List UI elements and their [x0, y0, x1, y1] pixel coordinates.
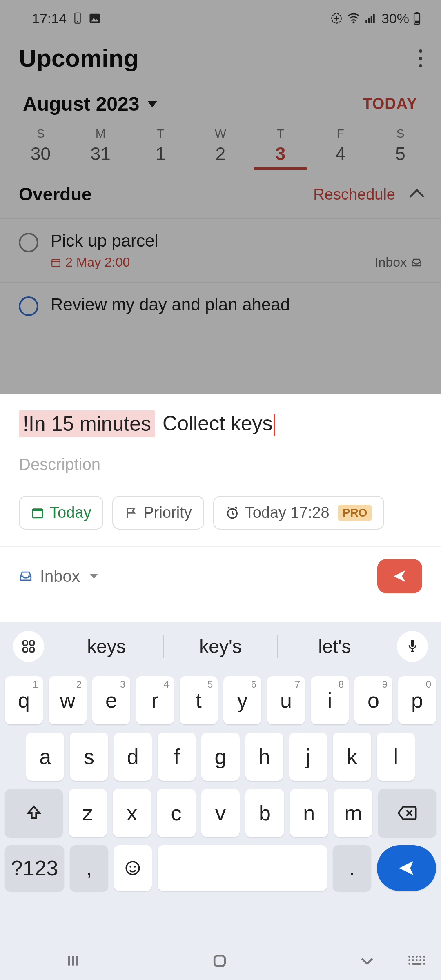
suggestion[interactable]: key's [164, 635, 277, 657]
project-selector[interactable]: Inbox [19, 567, 98, 586]
submit-task-button[interactable] [377, 559, 422, 593]
svg-point-25 [130, 866, 132, 868]
svg-point-41 [408, 963, 410, 965]
svg-rect-42 [412, 963, 422, 965]
emoji-key[interactable] [114, 845, 152, 891]
key-z[interactable]: z [69, 789, 107, 837]
key-j[interactable]: j [289, 733, 327, 781]
inbox-icon [19, 569, 33, 583]
svg-point-35 [423, 956, 425, 958]
enter-key[interactable] [377, 845, 436, 891]
backspace-key[interactable] [378, 789, 436, 837]
recents-button[interactable] [65, 953, 81, 971]
alarm-icon [225, 506, 239, 520]
emoji-icon [124, 860, 141, 877]
attribute-chip-row: Today Priority Today 17:28 PRO [0, 482, 441, 546]
key-n[interactable]: n [290, 789, 328, 837]
key-d[interactable]: d [114, 733, 152, 781]
grid-icon [21, 639, 36, 654]
shift-icon [25, 804, 42, 822]
comma-key[interactable]: , [70, 845, 108, 891]
svg-rect-22 [30, 648, 34, 652]
soft-keyboard: keys key's let's q1w2e3r4t5y6u7i8o9p0 as… [0, 622, 441, 980]
svg-point-26 [134, 866, 136, 868]
task-text: Collect keys [163, 412, 275, 436]
svg-rect-23 [411, 640, 414, 647]
mic-icon [406, 639, 419, 654]
key-q[interactable]: q1 [5, 676, 43, 724]
voice-input-button[interactable] [397, 631, 428, 662]
text-cursor [274, 414, 275, 436]
modal-backdrop[interactable] [0, 0, 441, 394]
key-y[interactable]: y6 [223, 676, 261, 724]
svg-rect-20 [30, 641, 34, 646]
send-icon [397, 859, 416, 878]
svg-point-24 [127, 862, 140, 875]
key-a[interactable]: a [26, 733, 64, 781]
svg-point-40 [423, 959, 425, 961]
key-x[interactable]: x [113, 789, 151, 837]
key-v[interactable]: v [201, 789, 240, 837]
key-b[interactable]: b [245, 789, 284, 837]
key-m[interactable]: m [334, 789, 372, 837]
system-nav-bar [0, 943, 441, 980]
keyboard-switch-button[interactable] [408, 955, 425, 969]
key-o[interactable]: o9 [354, 676, 392, 724]
key-i[interactable]: i8 [311, 676, 349, 724]
parsed-time-chip[interactable]: !In 15 minutes [19, 410, 155, 437]
svg-point-31 [408, 956, 410, 958]
suggestion-bar: keys key's let's [0, 622, 441, 670]
space-key[interactable] [158, 845, 327, 891]
reminder-chip[interactable]: Today 17:28 PRO [213, 496, 385, 530]
key-l[interactable]: l [377, 733, 415, 781]
home-button[interactable] [211, 952, 229, 971]
svg-point-32 [412, 956, 414, 958]
key-g[interactable]: g [201, 733, 239, 781]
priority-chip[interactable]: Priority [112, 496, 204, 530]
svg-point-37 [412, 959, 414, 961]
key-u[interactable]: u7 [267, 676, 305, 724]
key-t[interactable]: t5 [180, 676, 218, 724]
description-input[interactable]: Description [19, 455, 422, 474]
project-selector-row: Inbox [0, 547, 441, 606]
svg-rect-19 [23, 641, 28, 646]
key-r[interactable]: r4 [136, 676, 174, 724]
svg-point-36 [408, 959, 410, 961]
svg-point-39 [419, 959, 421, 961]
send-icon [392, 568, 408, 584]
task-name-input[interactable]: !In 15 minutes Collect keys [19, 410, 422, 437]
symbols-key[interactable]: ?123 [5, 845, 64, 891]
chevron-down-icon [90, 574, 98, 579]
key-p[interactable]: p0 [398, 676, 436, 724]
key-k[interactable]: k [333, 733, 371, 781]
svg-rect-30 [214, 956, 225, 966]
svg-point-38 [416, 959, 418, 961]
key-f[interactable]: f [158, 733, 196, 781]
svg-point-43 [423, 963, 425, 965]
suggestion[interactable]: let's [278, 635, 391, 657]
period-key[interactable]: . [333, 845, 371, 891]
suggestion[interactable]: keys [50, 635, 163, 657]
svg-rect-16 [33, 511, 42, 518]
due-date-chip[interactable]: Today [19, 496, 103, 530]
svg-rect-21 [23, 648, 28, 652]
backspace-icon [397, 805, 417, 821]
svg-point-34 [419, 956, 421, 958]
shift-key[interactable] [5, 789, 63, 837]
key-w[interactable]: w2 [49, 676, 87, 724]
back-button[interactable] [358, 952, 376, 971]
key-s[interactable]: s [70, 733, 108, 781]
key-h[interactable]: h [245, 733, 283, 781]
svg-point-33 [416, 956, 418, 958]
flag-icon [125, 506, 138, 519]
calendar-icon [31, 506, 44, 519]
key-e[interactable]: e3 [92, 676, 130, 724]
pro-badge: PRO [338, 505, 372, 521]
key-c[interactable]: c [157, 789, 195, 837]
clipboard-button[interactable] [13, 631, 44, 662]
